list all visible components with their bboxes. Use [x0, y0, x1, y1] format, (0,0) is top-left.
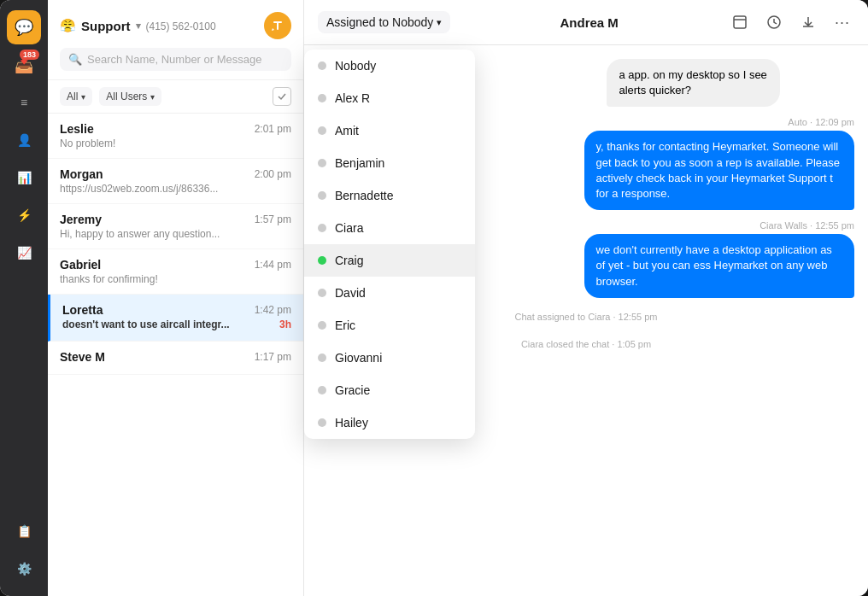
expand-icon[interactable]: [728, 10, 752, 34]
status-dot-benjamin: [318, 159, 326, 167]
status-dot-nobody: [318, 61, 326, 70]
inbox-phone: (415) 562-0100: [146, 20, 216, 32]
svg-rect-1: [277, 21, 279, 30]
status-dot-eric: [318, 321, 326, 330]
nav-checklist[interactable]: 📋: [7, 514, 41, 548]
conversation-panel: 😤 Support ▾ (415) 562-0100: [48, 0, 304, 596]
conv-item-gabriel[interactable]: Gabriel 1:44 pm thanks for confirming!: [48, 249, 303, 295]
filter-users[interactable]: All Users ▾: [99, 87, 161, 106]
search-icon: 🔍: [68, 53, 82, 66]
status-dot-ciara: [318, 224, 326, 232]
nav-contacts[interactable]: 👤: [7, 123, 41, 157]
chat-area: Assigned to Nobody ▾ Andrea M: [304, 0, 868, 596]
more-options-icon[interactable]: ···: [830, 10, 854, 34]
message-outgoing-ciara: we don't currently have a desktop applic…: [584, 234, 855, 298]
assigned-dropdown[interactable]: Assigned to Nobody ▾: [318, 11, 450, 33]
search-input[interactable]: [87, 53, 283, 66]
conversation-list: Leslie 2:01 pm No problem! Morgan 2:00 p…: [48, 114, 303, 596]
assigned-label: Assigned to Nobody: [326, 15, 433, 29]
inbox-emoji: 😤: [60, 18, 76, 33]
nav-reports[interactable]: 📊: [7, 161, 41, 195]
status-dot-david: [318, 289, 326, 297]
app-window: 💬 📥 183 ≡ 👤 📊 ⚡ 📈 📋 ⚙️: [0, 0, 868, 596]
nav-analytics[interactable]: 📈: [7, 236, 41, 270]
download-icon[interactable]: [796, 10, 820, 34]
nav-messages[interactable]: 💬: [7, 10, 41, 44]
nav-list[interactable]: ≡: [7, 85, 41, 120]
conv-item-stevem[interactable]: Steve M 1:17 pm: [48, 342, 303, 375]
new-chat-button[interactable]: [264, 12, 291, 39]
chat-header: Assigned to Nobody ▾ Andrea M: [304, 0, 868, 45]
dropdown-item-giovanni[interactable]: Giovanni: [304, 342, 475, 374]
status-dot-giovanni: [318, 354, 326, 362]
status-dot-alexr: [318, 94, 326, 102]
nav-settings[interactable]: ⚙️: [7, 552, 41, 586]
assign-dropdown-menu: Nobody Alex R Amit Benjamin Bernadette C…: [304, 50, 475, 439]
assigned-chevron-icon: ▾: [437, 17, 442, 28]
chat-contact-name: Andrea M: [460, 15, 718, 30]
conv-item-morgan[interactable]: Morgan 2:00 pm https://us02web.zoom.us/j…: [48, 159, 303, 204]
filter-all[interactable]: All ▾: [60, 87, 92, 106]
status-dot-amit: [318, 126, 326, 135]
svg-rect-2: [734, 16, 746, 28]
clock-icon[interactable]: [762, 10, 786, 34]
inbox-name[interactable]: 😤 Support ▾ (415) 562-0100: [60, 18, 216, 33]
status-dot-hailey: [318, 418, 326, 427]
message-incoming-1: a app. on my desktop so I see alerts qui…: [607, 59, 780, 107]
msg-meta-auto: Auto · 12:09 pm: [788, 117, 854, 127]
overdue-badge: 3h: [279, 318, 291, 330]
conv-item-loretta[interactable]: Loretta 1:42 pm doesn't want to use airc…: [48, 295, 303, 342]
dropdown-item-hailey[interactable]: Hailey: [304, 406, 475, 439]
conv-item-leslie[interactable]: Leslie 2:01 pm No problem!: [48, 114, 303, 159]
dropdown-item-alexr[interactable]: Alex R: [304, 82, 475, 114]
dropdown-item-bernadette[interactable]: Bernadette: [304, 179, 475, 212]
dropdown-item-gracie[interactable]: Gracie: [304, 374, 475, 406]
message-outgoing-auto: y, thanks for contacting Heymarket. Some…: [584, 131, 855, 210]
conv-header: 😤 Support ▾ (415) 562-0100: [48, 0, 303, 80]
search-bar[interactable]: 🔍: [60, 48, 291, 71]
status-dot-gracie: [318, 386, 326, 394]
sidebar-nav: 💬 📥 183 ≡ 👤 📊 ⚡ 📈 📋 ⚙️: [0, 0, 48, 596]
dropdown-item-nobody[interactable]: Nobody: [304, 50, 475, 82]
dropdown-item-eric[interactable]: Eric: [304, 309, 475, 342]
dropdown-item-david[interactable]: David: [304, 277, 475, 309]
conv-item-jeremy[interactable]: Jeremy 1:57 pm Hi, happy to answer any q…: [48, 204, 303, 249]
dropdown-item-benjamin[interactable]: Benjamin: [304, 147, 475, 179]
chat-header-actions: ···: [728, 10, 854, 34]
msg-meta-ciara: Ciara Walls · 12:55 pm: [760, 220, 854, 231]
nav-automations[interactable]: ⚡: [7, 198, 41, 232]
dropdown-item-ciara[interactable]: Ciara: [304, 212, 475, 244]
conv-filters: All ▾ All Users ▾: [48, 80, 303, 114]
status-dot-craig: [318, 256, 326, 265]
status-dot-bernadette: [318, 191, 326, 200]
dropdown-item-craig[interactable]: Craig: [304, 244, 475, 277]
dropdown-item-amit[interactable]: Amit: [304, 114, 475, 147]
nav-inbox[interactable]: 📥 183: [7, 48, 41, 82]
inbox-badge: 183: [20, 50, 39, 60]
filter-checkbox[interactable]: [273, 87, 291, 106]
